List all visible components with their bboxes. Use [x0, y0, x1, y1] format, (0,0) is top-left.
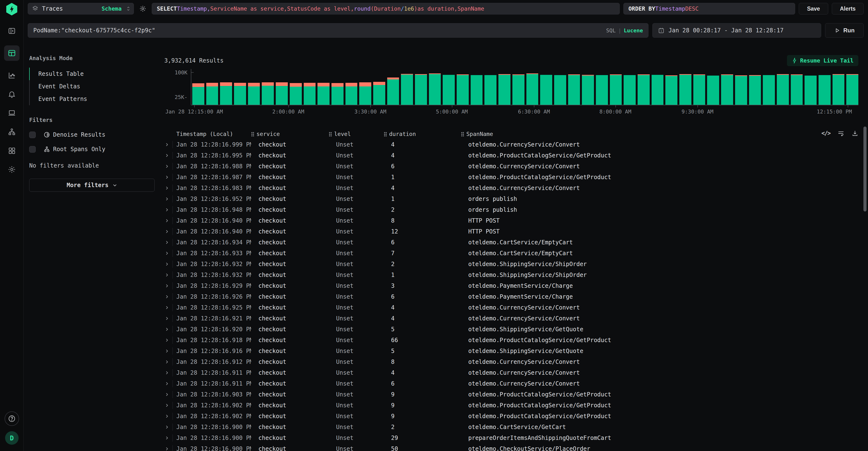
table-row[interactable]: Jan 28 12:28:16.918 PMcheckoutUnset66ote…	[164, 335, 858, 345]
expand-chevron-icon[interactable]	[164, 392, 169, 397]
expand-chevron-icon[interactable]	[164, 424, 169, 430]
table-row[interactable]: Jan 28 12:28:16.934 PMcheckoutUnset6otel…	[164, 237, 858, 248]
chart-bar[interactable]	[833, 74, 845, 105]
chart-bar[interactable]	[665, 75, 677, 105]
expand-chevron-icon[interactable]	[164, 229, 169, 234]
expand-chevron-icon[interactable]	[164, 218, 169, 223]
expand-chevron-icon[interactable]	[164, 338, 169, 343]
table-row[interactable]: Jan 28 12:28:16.921 PMcheckoutUnset4otel…	[164, 313, 858, 324]
chart-bar[interactable]	[707, 76, 719, 105]
chart-bar[interactable]	[721, 74, 733, 105]
table-row[interactable]: Jan 28 12:28:16.999 PMcheckoutUnset4otel…	[164, 139, 858, 150]
expand-chevron-icon[interactable]	[164, 305, 169, 310]
chart-bar[interactable]	[359, 82, 371, 105]
drag-handle-icon[interactable]	[384, 132, 387, 136]
drag-handle-icon[interactable]	[461, 132, 464, 136]
settings-gear-icon[interactable]	[7, 165, 16, 174]
expand-chevron-icon[interactable]	[164, 283, 169, 288]
column-header-timestamp-local-[interactable]: Timestamp (Local)	[176, 131, 251, 137]
chart-bar[interactable]	[276, 82, 288, 105]
chart-bar[interactable]	[234, 83, 246, 105]
filter-label[interactable]: Root Spans Only	[53, 146, 105, 152]
expand-chevron-icon[interactable]	[164, 294, 169, 300]
expand-chevron-icon[interactable]	[164, 142, 169, 147]
chart-bar[interactable]	[818, 75, 831, 105]
table-row[interactable]: Jan 28 12:28:16.911 PMcheckoutUnset6otel…	[164, 378, 858, 389]
chart-bar[interactable]	[596, 75, 608, 105]
expand-chevron-icon[interactable]	[164, 251, 169, 256]
chart-bar[interactable]	[248, 83, 260, 105]
drag-handle-icon[interactable]	[251, 132, 254, 136]
chart-bar[interactable]	[652, 75, 664, 105]
save-button[interactable]: Save	[799, 3, 828, 15]
analysis-mode-event-deltas[interactable]: Event Deltas	[30, 80, 155, 93]
chart-bar[interactable]	[373, 82, 385, 105]
alerts-button[interactable]: Alerts	[832, 3, 864, 15]
alerts-bell-icon[interactable]	[7, 90, 16, 98]
table-row[interactable]: Jan 28 12:28:16.902 PMcheckoutUnset9otel…	[164, 400, 858, 411]
chart-bar[interactable]	[763, 75, 775, 105]
table-row[interactable]: Jan 28 12:28:16.925 PMcheckoutUnset4otel…	[164, 302, 858, 313]
expand-chevron-icon[interactable]	[164, 381, 169, 386]
chart-bar[interactable]	[387, 78, 399, 105]
collapse-panel-icon[interactable]	[7, 27, 16, 35]
expand-chevron-icon[interactable]	[164, 174, 169, 180]
chart-bar[interactable]	[777, 74, 789, 105]
chart-bar[interactable]	[429, 74, 441, 105]
expand-chevron-icon[interactable]	[164, 164, 169, 169]
chart-bar[interactable]	[679, 74, 691, 105]
chart-bar[interactable]	[192, 83, 204, 105]
expand-chevron-icon[interactable]	[164, 370, 169, 375]
chart-bar[interactable]	[554, 75, 566, 105]
table-row[interactable]: Jan 28 12:28:16.952 PMcheckoutUnset1orde…	[164, 193, 858, 204]
nav-search-active[interactable]	[4, 46, 20, 61]
table-row[interactable]: Jan 28 12:28:16.900 PMcheckoutUnset29pre…	[164, 432, 858, 443]
table-row[interactable]: Jan 28 12:28:16.929 PMcheckoutUnset3otel…	[164, 280, 858, 291]
expand-chevron-icon[interactable]	[164, 446, 169, 451]
expand-chevron-icon[interactable]	[164, 207, 169, 213]
search-query-text[interactable]: PodName:"checkout-675775c4cc-f2p9c"	[33, 27, 603, 34]
table-row[interactable]: Jan 28 12:28:16.940 PMcheckoutUnset8HTTP…	[164, 215, 858, 226]
checkbox[interactable]	[29, 132, 36, 138]
table-row[interactable]: Jan 28 12:28:16.903 PMcheckoutUnset9otel…	[164, 389, 858, 400]
chart-bar[interactable]	[415, 74, 427, 105]
column-header-level[interactable]: level	[329, 131, 384, 137]
table-row[interactable]: Jan 28 12:28:16.940 PMcheckoutUnset12HTT…	[164, 226, 858, 237]
chart-bar[interactable]	[290, 83, 302, 105]
table-row[interactable]: Jan 28 12:28:16.900 PMcheckoutUnset2otel…	[164, 422, 858, 432]
chart-bar[interactable]	[610, 74, 622, 105]
expand-chevron-icon[interactable]	[164, 316, 169, 321]
wrap-lines-icon[interactable]	[838, 130, 844, 137]
chart-plot-area[interactable]	[191, 69, 858, 105]
table-row[interactable]: Jan 28 12:28:16.948 PMcheckoutUnset2orde…	[164, 204, 858, 215]
schema-select[interactable]: Schema	[101, 5, 122, 12]
chart-bar[interactable]	[568, 74, 580, 105]
expand-chevron-icon[interactable]	[164, 186, 169, 191]
expand-chevron-icon[interactable]	[164, 327, 169, 332]
chart-bar[interactable]	[693, 74, 705, 105]
chart-bar[interactable]	[485, 75, 496, 105]
source-selector[interactable]: Traces Schema	[28, 3, 134, 15]
chart-bar[interactable]	[471, 75, 483, 105]
chart-bar[interactable]	[624, 75, 636, 105]
download-icon[interactable]	[851, 130, 858, 137]
view-source-icon[interactable]: </>	[822, 130, 830, 137]
expand-chevron-icon[interactable]	[164, 403, 169, 408]
chart-bar[interactable]	[443, 75, 455, 105]
chart-bar[interactable]	[317, 83, 330, 105]
chart-bar[interactable]	[345, 83, 358, 105]
chart-bar[interactable]	[304, 83, 316, 105]
expand-chevron-icon[interactable]	[164, 272, 169, 278]
table-row[interactable]: Jan 28 12:28:16.920 PMcheckoutUnset5otel…	[164, 324, 858, 335]
search-input[interactable]: PodName:"checkout-675775c4cc-f2p9c" SQL|…	[28, 23, 648, 38]
table-row[interactable]: Jan 28 12:28:16.926 PMcheckoutUnset6otel…	[164, 291, 858, 302]
expand-chevron-icon[interactable]	[164, 240, 169, 245]
table-row[interactable]: Jan 28 12:28:16.983 PMcheckoutUnset4otel…	[164, 182, 858, 193]
chart-bar[interactable]	[582, 75, 594, 105]
table-row[interactable]: Jan 28 12:28:16.933 PMcheckoutUnset7otel…	[164, 248, 858, 259]
select-query-input[interactable]: SELECT Timestamp, ServiceName as service…	[152, 3, 620, 15]
filter-label[interactable]: Denoise Results	[53, 131, 105, 138]
analysis-mode-event-patterns[interactable]: Event Patterns	[30, 93, 155, 105]
column-header-service[interactable]: service	[251, 131, 329, 137]
expand-chevron-icon[interactable]	[164, 196, 169, 202]
